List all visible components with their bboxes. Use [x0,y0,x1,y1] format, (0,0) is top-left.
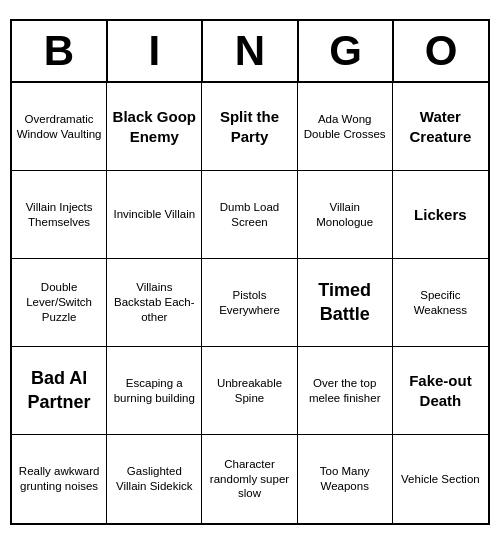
bingo-cell[interactable]: Water Creature [393,83,488,171]
bingo-cell[interactable]: Split the Party [202,83,297,171]
bingo-cell[interactable]: Lickers [393,171,488,259]
header-letter: B [12,21,108,81]
bingo-cell[interactable]: Villain Monologue [298,171,393,259]
bingo-cell[interactable]: Invincible Villain [107,171,202,259]
bingo-cell[interactable]: Pistols Everywhere [202,259,297,347]
bingo-cell[interactable]: Villain Injects Themselves [12,171,107,259]
bingo-cell[interactable]: Character randomly super slow [202,435,297,523]
header-letter: G [299,21,395,81]
bingo-cell[interactable]: Ada Wong Double Crosses [298,83,393,171]
header-letter: I [108,21,204,81]
bingo-cell[interactable]: Fake-out Death [393,347,488,435]
bingo-card: BINGO Overdramatic Window VaultingBlack … [10,19,490,525]
bingo-cell[interactable]: Too Many Weapons [298,435,393,523]
bingo-cell[interactable]: Gaslighted Villain Sidekick [107,435,202,523]
bingo-header: BINGO [12,21,488,83]
header-letter: N [203,21,299,81]
bingo-cell[interactable]: Unbreakable Spine [202,347,297,435]
bingo-cell[interactable]: Timed Battle [298,259,393,347]
bingo-cell[interactable]: Double Lever/Switch Puzzle [12,259,107,347]
bingo-cell[interactable]: Bad Al Partner [12,347,107,435]
bingo-cell[interactable]: Over the top melee finisher [298,347,393,435]
bingo-cell[interactable]: Dumb Load Screen [202,171,297,259]
bingo-cell[interactable]: Really awkward grunting noises [12,435,107,523]
bingo-cell[interactable]: Escaping a burning building [107,347,202,435]
bingo-cell[interactable]: Vehicle Section [393,435,488,523]
bingo-cell[interactable]: Villains Backstab Each-other [107,259,202,347]
header-letter: O [394,21,488,81]
bingo-grid: Overdramatic Window VaultingBlack Goop E… [12,83,488,523]
bingo-cell[interactable]: Overdramatic Window Vaulting [12,83,107,171]
bingo-cell[interactable]: Specific Weakness [393,259,488,347]
bingo-cell[interactable]: Black Goop Enemy [107,83,202,171]
